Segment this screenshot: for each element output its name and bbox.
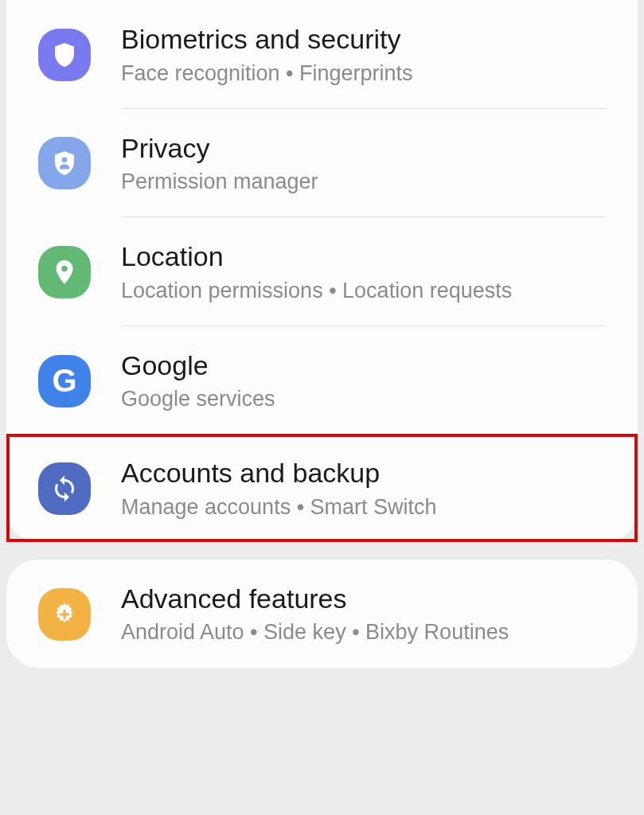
settings-group-2: Advanced features Android Auto • Side ke… <box>6 560 638 668</box>
settings-item-title: Google <box>121 349 275 383</box>
settings-item-subtitle: Android Auto • Side key • Bixby Routines <box>121 618 509 646</box>
settings-item-location[interactable]: Location Location permissions • Location… <box>6 217 638 326</box>
settings-item-subtitle: Google services <box>121 385 275 413</box>
settings-item-title: Accounts and backup <box>121 456 437 490</box>
settings-item-subtitle: Location permissions • Location requests <box>121 277 512 305</box>
settings-item-biometrics[interactable]: Biometrics and security Face recognition… <box>6 0 638 108</box>
settings-item-privacy[interactable]: Privacy Permission manager <box>6 109 638 217</box>
location-pin-icon <box>38 246 91 298</box>
google-icon: G <box>38 355 91 408</box>
plus-gear-icon <box>38 588 91 641</box>
settings-item-title: Location <box>121 240 512 274</box>
settings-item-text: Advanced features Android Auto • Side ke… <box>121 582 509 647</box>
privacy-shield-icon <box>38 137 91 189</box>
settings-item-subtitle: Face recognition • Fingerprints <box>121 60 413 88</box>
settings-item-subtitle: Manage accounts • Smart Switch <box>121 493 437 521</box>
settings-item-title: Privacy <box>121 131 318 166</box>
settings-item-text: Biometrics and security Face recognition… <box>121 22 413 88</box>
settings-item-accounts-backup[interactable]: Accounts and backup Manage accounts • Sm… <box>6 434 638 542</box>
settings-item-text: Location Location permissions • Location… <box>121 240 512 305</box>
sync-icon <box>38 462 91 515</box>
settings-item-title: Biometrics and security <box>121 22 413 57</box>
settings-item-text: Privacy Permission manager <box>121 131 318 197</box>
settings-item-advanced-features[interactable]: Advanced features Android Auto • Side ke… <box>6 560 638 668</box>
settings-group-1: Biometrics and security Face recognition… <box>6 0 638 542</box>
shield-icon <box>38 29 91 81</box>
settings-item-title: Advanced features <box>121 582 509 616</box>
settings-item-text: Google Google services <box>121 349 275 414</box>
settings-item-subtitle: Permission manager <box>121 168 318 196</box>
settings-item-google[interactable]: G Google Google services <box>6 326 638 435</box>
settings-item-text: Accounts and backup Manage accounts • Sm… <box>121 456 437 521</box>
